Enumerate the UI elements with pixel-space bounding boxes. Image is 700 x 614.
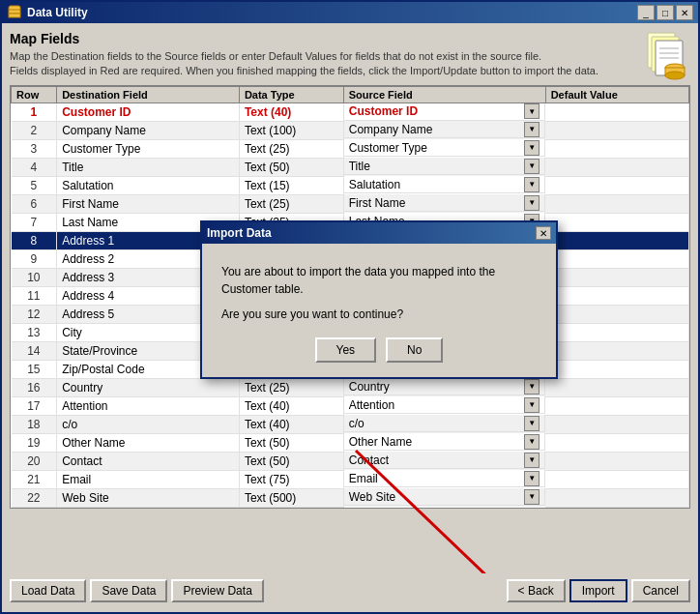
modal-titlebar: Import Data ✕ bbox=[202, 222, 556, 244]
right-buttons: < Back Import Cancel bbox=[507, 579, 690, 602]
window-title: Data Utility bbox=[27, 6, 88, 19]
svg-rect-1 bbox=[9, 10, 20, 14]
bottom-toolbar: Load Data Save Data Preview Data < Back … bbox=[10, 573, 690, 604]
app-icon bbox=[7, 5, 22, 20]
field-mapping-table-container: Row Destination Field Data Type Source F… bbox=[10, 85, 690, 573]
header-icon bbox=[640, 31, 690, 84]
modal-overlay: Import Data ✕ You are about to import th… bbox=[10, 85, 690, 573]
import-button[interactable]: Import bbox=[569, 579, 627, 602]
main-content: Map Fields Map the Destination fields to… bbox=[2, 23, 698, 612]
modal-body: You are about to import the data you map… bbox=[202, 244, 556, 377]
save-data-button[interactable]: Save Data bbox=[90, 579, 167, 602]
left-buttons: Load Data Save Data Preview Data bbox=[10, 579, 264, 602]
modal-close-button[interactable]: ✕ bbox=[536, 226, 551, 240]
load-data-button[interactable]: Load Data bbox=[10, 579, 86, 602]
modal-title: Import Data bbox=[207, 226, 272, 240]
modal-message-1: You are about to import the data you map… bbox=[221, 263, 537, 298]
modal-message-2: Are you sure you want to continue? bbox=[221, 306, 537, 323]
back-button[interactable]: < Back bbox=[507, 579, 566, 602]
svg-point-11 bbox=[665, 72, 685, 79]
header-desc-1: Map the Destination fields to the Source… bbox=[10, 49, 598, 64]
window-controls: _ □ ✕ bbox=[637, 5, 693, 20]
yes-button[interactable]: Yes bbox=[315, 337, 377, 363]
preview-data-button[interactable]: Preview Data bbox=[171, 579, 263, 602]
maximize-button[interactable]: □ bbox=[656, 5, 674, 20]
cancel-button[interactable]: Cancel bbox=[631, 579, 690, 602]
import-data-dialog: Import Data ✕ You are about to import th… bbox=[200, 220, 558, 379]
header-section: Map Fields Map the Destination fields to… bbox=[10, 31, 598, 79]
svg-rect-2 bbox=[9, 14, 20, 17]
main-window: Data Utility _ □ ✕ Map Fields Map the De… bbox=[0, 0, 700, 614]
no-button[interactable]: No bbox=[386, 337, 443, 363]
close-button[interactable]: ✕ bbox=[676, 5, 693, 20]
section-title: Map Fields bbox=[10, 31, 598, 46]
minimize-button[interactable]: _ bbox=[637, 5, 655, 20]
modal-button-group: Yes No bbox=[221, 337, 537, 363]
titlebar: Data Utility _ □ ✕ bbox=[2, 2, 698, 23]
header-desc-2: Fields displayed in Red are required. Wh… bbox=[10, 64, 598, 78]
